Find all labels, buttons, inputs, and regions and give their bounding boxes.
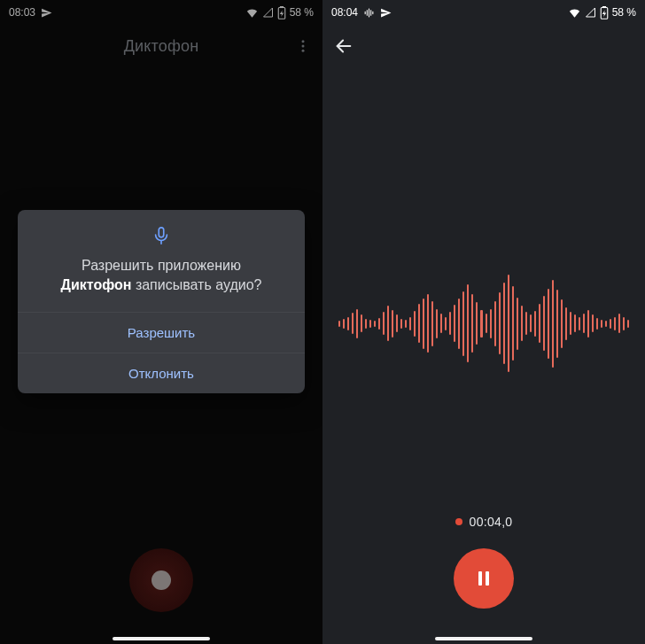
waveform-bar [486,314,487,333]
waveform-bar [627,320,629,328]
waveform-bar [356,309,358,338]
waveform-bar [409,317,411,330]
svg-rect-7 [365,11,366,13]
status-battery-pct: 58 % [612,6,636,19]
waveform-bar [499,292,501,354]
pause-button[interactable] [454,548,514,609]
waveform-bar [570,312,571,335]
waveform-bar [565,307,567,340]
waveform-bar [471,294,473,353]
waveform-bar [392,310,393,338]
svg-rect-10 [370,10,371,16]
waveform-bar [490,309,492,338]
svg-rect-13 [602,6,605,8]
waveform-bar [347,317,349,330]
svg-rect-16 [486,571,489,586]
pause-icon [473,568,494,589]
signal-icon [585,7,596,18]
waveform-bar [423,299,424,349]
permission-message: Разрешить приложению Диктофон записывать… [18,256,305,312]
microphone-icon [152,226,171,249]
waveform-bar [449,312,451,335]
recording-timer: 00:04,0 [322,515,645,529]
waveform-bar [556,290,558,358]
waveform-bar [579,317,580,330]
waveform-bar [508,275,509,372]
waveform-bar [387,306,389,341]
battery-icon [600,6,609,19]
waveform [322,266,645,381]
waveform-bar [400,319,402,329]
waveform-bar [503,283,505,364]
waveform-bar [521,306,523,341]
recording-indicator-icon [455,518,462,525]
waveform-bar [440,314,442,333]
waveform-bar [378,318,380,330]
allow-button[interactable]: Разрешить [18,312,305,353]
telegram-icon [380,7,392,19]
navigation-pill[interactable] [435,637,532,640]
waveform-bar [574,314,576,332]
waveform-bar [414,311,416,337]
deny-button[interactable]: Отклонить [18,353,305,393]
permission-dialog: Разрешить приложению Диктофон записывать… [18,210,305,393]
waveform-bar [480,310,482,338]
waveform-bar [548,289,549,359]
waveform-bar [418,304,420,343]
permission-text-post: записывать аудио? [136,277,262,292]
waveform-bar [605,321,607,327]
waveform-bar [618,314,620,333]
waveform-bar [458,299,460,349]
ripple-icon [363,7,375,19]
permission-text-pre: Разрешить приложению [82,258,241,273]
waveform-bar [369,320,371,328]
svg-rect-15 [478,571,482,586]
waveform-bar [561,299,563,348]
waveform-bar [338,321,340,327]
app-bar [322,27,645,66]
svg-rect-8 [367,10,368,16]
waveform-bar [374,321,376,327]
waveform-bar [614,317,616,330]
waveform-bar [517,298,518,350]
waveform-bar [427,294,429,353]
waveform-bar [352,313,354,334]
status-time: 08:04 [331,6,358,19]
wifi-icon [568,7,581,18]
waveform-bar [462,291,464,356]
waveform-bar [361,314,362,332]
navigation-pill[interactable] [113,637,210,640]
status-bar: 08:04 58 % [322,0,645,23]
waveform-bar [467,284,469,362]
waveform-bar [587,310,589,338]
waveform-bar [454,305,455,342]
waveform-bar [512,286,514,361]
waveform-bar [343,319,345,329]
svg-rect-9 [369,8,369,17]
waveform-bar [445,317,447,330]
svg-rect-5 [159,228,164,237]
waveform-bar [596,318,598,330]
waveform-bar [583,314,585,333]
waveform-bar [494,301,496,346]
waveform-bar [383,312,385,335]
permission-app-name: Диктофон [61,277,132,292]
waveform-bar [543,296,545,351]
waveform-bar [396,314,398,332]
waveform-bar [405,320,407,328]
waveform-bar [365,319,367,329]
back-button[interactable] [331,34,356,58]
waveform-bar [592,314,594,332]
waveform-bar [530,314,532,332]
waveform-bar [431,301,433,346]
waveform-bar [552,280,554,368]
waveform-bar [539,304,540,343]
waveform-bar [436,309,438,338]
waveform-bar [610,319,611,329]
waveform-bar [476,302,478,345]
timer-value: 00:04,0 [470,515,513,529]
screenshot-permission-screen: 08:03 58 % Диктофон [0,0,322,644]
screenshot-recording-screen: 08:04 58 % [322,0,645,644]
svg-rect-11 [372,11,373,13]
waveform-bar [534,311,536,337]
